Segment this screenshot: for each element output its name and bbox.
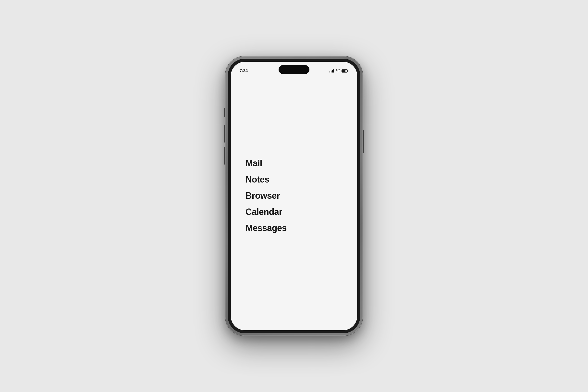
phone-device: 7:24 <box>226 56 362 336</box>
app-list: Mail Notes Browser Calendar Messages <box>231 76 357 330</box>
app-item-mail[interactable]: Mail <box>246 159 357 168</box>
dynamic-island <box>278 65 310 74</box>
battery-icon <box>342 69 349 72</box>
app-item-notes[interactable]: Notes <box>246 175 357 184</box>
phone-inner: 7:24 <box>228 59 360 333</box>
app-item-browser[interactable]: Browser <box>246 191 357 200</box>
phone-screen: 7:24 <box>231 62 357 330</box>
status-time: 7:24 <box>240 68 248 73</box>
wifi-icon <box>336 69 340 73</box>
status-icons <box>330 69 349 73</box>
signal-icon <box>330 69 334 72</box>
power-button[interactable] <box>362 130 364 153</box>
app-item-calendar[interactable]: Calendar <box>246 208 357 216</box>
app-item-messages[interactable]: Messages <box>246 224 357 232</box>
